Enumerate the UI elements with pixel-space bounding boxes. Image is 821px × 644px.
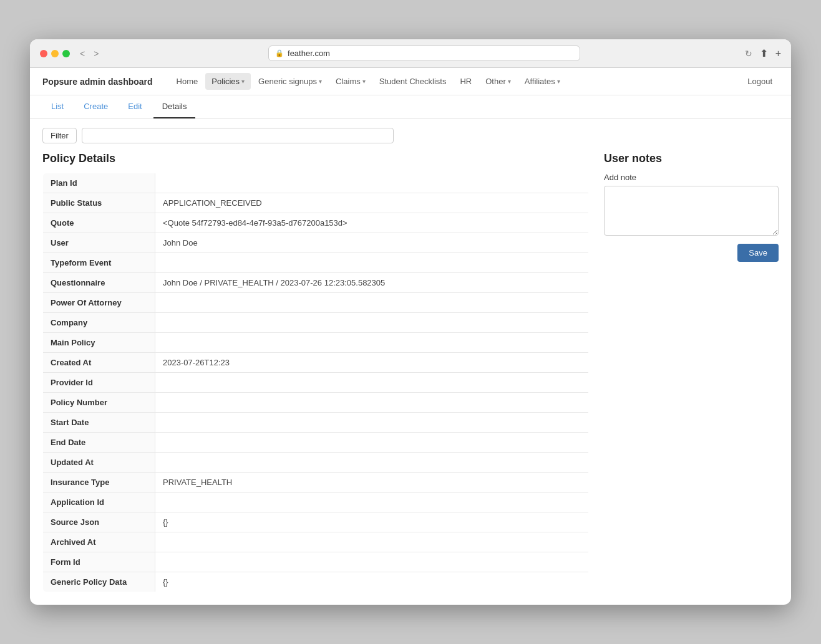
minimize-button[interactable] xyxy=(51,50,59,57)
nav-item-other[interactable]: Other ▾ xyxy=(479,73,517,90)
share-button[interactable]: ⬆ xyxy=(760,47,768,59)
reload-button[interactable]: ↻ xyxy=(745,49,752,59)
field-label: Created At xyxy=(43,353,155,373)
field-label: Form Id xyxy=(43,552,155,572)
policy-details-title: Policy Details xyxy=(42,152,589,165)
field-label: Typeform Event xyxy=(43,253,155,273)
nav-menu: Home Policies ▾ Generic signups ▾ Claims… xyxy=(170,73,729,90)
table-row: Company xyxy=(43,313,589,333)
field-value xyxy=(155,552,589,572)
chevron-down-icon: ▾ xyxy=(241,78,245,85)
back-button[interactable]: < xyxy=(77,47,87,60)
field-label: Archived At xyxy=(43,532,155,552)
sub-nav: List Create Edit Details xyxy=(30,95,791,119)
nav-item-claims[interactable]: Claims ▾ xyxy=(329,73,372,90)
save-button[interactable]: Save xyxy=(737,244,779,262)
table-row: Plan Id xyxy=(43,173,589,193)
logout-button[interactable]: Logout xyxy=(741,73,779,90)
field-value xyxy=(155,493,589,512)
address-bar[interactable]: 🔒 feather.com xyxy=(268,46,580,61)
field-value[interactable]: John Doe xyxy=(155,233,589,253)
field-label: Generic Policy Data xyxy=(43,572,155,592)
browser-chrome: < > 🔒 feather.com ↻ ⬆ + xyxy=(30,39,791,68)
add-note-textarea[interactable] xyxy=(604,186,779,236)
nav-arrows: < > xyxy=(77,47,101,60)
field-value xyxy=(155,453,589,473)
table-row: Archived At xyxy=(43,532,589,552)
table-row: Policy Number xyxy=(43,393,589,413)
nav-item-generic-signups[interactable]: Generic signups ▾ xyxy=(252,73,328,90)
tab-create[interactable]: Create xyxy=(75,95,117,118)
nav-label-other: Other xyxy=(485,77,506,86)
filter-input[interactable] xyxy=(82,128,394,143)
field-label: Policy Number xyxy=(43,393,155,413)
nav-label-hr: HR xyxy=(460,77,472,86)
field-value xyxy=(155,293,589,313)
user-notes-section: User notes Add note Save xyxy=(604,152,779,592)
main-content: Policy Details Plan IdPublic StatusAPPLI… xyxy=(30,152,791,605)
lock-icon: 🔒 xyxy=(275,49,284,57)
app-brand: Popsure admin dashboard xyxy=(42,77,153,87)
chevron-down-icon: ▾ xyxy=(362,78,366,85)
field-value xyxy=(155,532,589,552)
chevron-down-icon: ▾ xyxy=(319,78,322,85)
field-value xyxy=(155,253,589,273)
table-row: Generic Policy Data{} xyxy=(43,572,589,592)
nav-item-policies[interactable]: Policies ▾ xyxy=(205,73,251,90)
field-value xyxy=(155,433,589,453)
new-tab-button[interactable]: + xyxy=(775,47,781,59)
field-value: {} xyxy=(155,572,589,592)
table-row: Source Json{} xyxy=(43,512,589,532)
field-label: Provider Id xyxy=(43,373,155,393)
table-row: Provider Id xyxy=(43,373,589,393)
field-label: Company xyxy=(43,313,155,333)
forward-button[interactable]: > xyxy=(91,47,101,60)
traffic-lights xyxy=(40,50,70,57)
app-header: Popsure admin dashboard Home Policies ▾ … xyxy=(30,68,791,95)
nav-label-student-checklists: Student Checklists xyxy=(379,77,447,86)
nav-label-affiliates: Affiliates xyxy=(525,77,555,86)
chevron-down-icon: ▾ xyxy=(508,78,511,85)
policy-details-table: Plan IdPublic StatusAPPLICATION_RECEIVED… xyxy=(42,173,589,592)
field-value xyxy=(155,173,589,193)
field-value xyxy=(155,373,589,393)
tab-details[interactable]: Details xyxy=(153,95,196,118)
add-note-label: Add note xyxy=(604,173,779,182)
tab-edit[interactable]: Edit xyxy=(119,95,150,118)
nav-item-student-checklists[interactable]: Student Checklists xyxy=(373,73,453,90)
field-label: Plan Id xyxy=(43,173,155,193)
field-label: Main Policy xyxy=(43,333,155,353)
table-row: Created At2023-07-26T12:23 xyxy=(43,353,589,373)
field-label: User xyxy=(43,233,155,253)
close-button[interactable] xyxy=(40,50,47,57)
table-row: Public StatusAPPLICATION_RECEIVED xyxy=(43,193,589,213)
field-value[interactable]: John Doe / PRIVATE_HEALTH / 2023-07-26 1… xyxy=(155,273,589,293)
nav-label-home: Home xyxy=(177,77,198,86)
nav-item-affiliates[interactable]: Affiliates ▾ xyxy=(518,73,566,90)
filter-button[interactable]: Filter xyxy=(42,128,77,143)
table-row: Power Of Attorney xyxy=(43,293,589,313)
filter-bar: Filter xyxy=(30,119,791,152)
table-row: Updated At xyxy=(43,453,589,473)
table-row: Quote<Quote 54f72793-ed84-4e7f-93a5-d767… xyxy=(43,213,589,233)
url-text: feather.com xyxy=(288,49,330,58)
maximize-button[interactable] xyxy=(62,50,70,57)
tab-list[interactable]: List xyxy=(42,95,72,118)
field-value: <Quote 54f72793-ed84-4e7f-93a5-d767200a1… xyxy=(155,213,589,233)
table-row: Form Id xyxy=(43,552,589,572)
nav-item-hr[interactable]: HR xyxy=(454,73,478,90)
table-row: Application Id xyxy=(43,493,589,512)
table-row: Typeform Event xyxy=(43,253,589,273)
nav-label-policies: Policies xyxy=(211,77,240,86)
field-value xyxy=(155,413,589,433)
field-label: Updated At xyxy=(43,453,155,473)
table-row: QuestionnaireJohn Doe / PRIVATE_HEALTH /… xyxy=(43,273,589,293)
nav-item-home[interactable]: Home xyxy=(170,73,205,90)
field-value: {} xyxy=(155,512,589,532)
nav-label-claims: Claims xyxy=(336,77,361,86)
field-label: Start Date xyxy=(43,413,155,433)
nav-label-generic-signups: Generic signups xyxy=(258,77,317,86)
table-row: Main Policy xyxy=(43,333,589,353)
browser-actions: ⬆ + xyxy=(760,47,781,59)
field-value xyxy=(155,313,589,333)
